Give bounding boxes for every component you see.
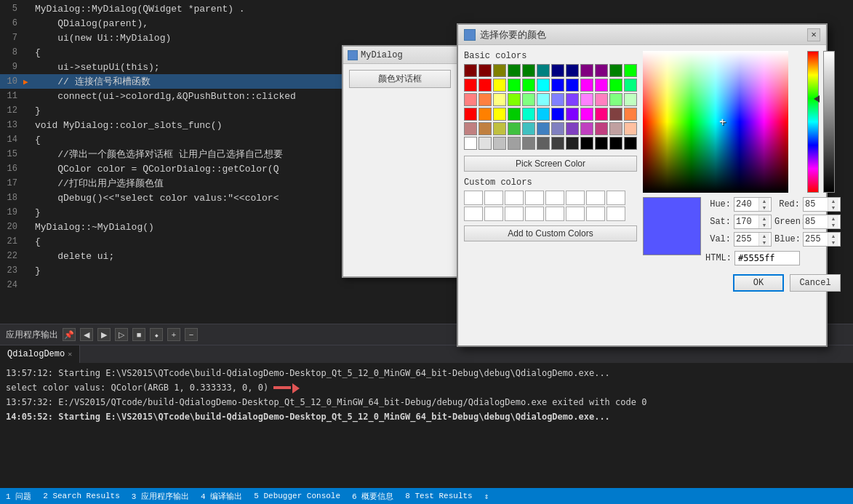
basic-color-swatch[interactable]: [537, 64, 550, 77]
basic-color-swatch[interactable]: [595, 79, 608, 92]
status-debugger[interactable]: 5 Debugger Console: [254, 492, 340, 500]
custom-swatch[interactable]: [525, 191, 544, 205]
basic-color-swatch[interactable]: [478, 108, 492, 121]
cancel-button[interactable]: Cancel: [790, 274, 841, 292]
toolbar-debug[interactable]: ⬥: [150, 328, 163, 341]
red-down[interactable]: ▼: [828, 204, 838, 211]
custom-swatch[interactable]: [464, 207, 483, 221]
basic-color-swatch[interactable]: [537, 79, 550, 92]
basic-color-swatch[interactable]: [493, 108, 506, 121]
blue-spinbox[interactable]: 255 ▲ ▼: [803, 232, 841, 247]
basic-color-swatch[interactable]: [508, 93, 521, 106]
custom-swatch[interactable]: [525, 207, 544, 221]
status-problems[interactable]: 1 问题: [6, 491, 31, 502]
hue-down[interactable]: ▼: [759, 204, 769, 211]
custom-swatch[interactable]: [606, 191, 625, 205]
basic-color-swatch[interactable]: [537, 137, 550, 150]
basic-color-swatch[interactable]: [551, 79, 564, 92]
basic-color-swatch[interactable]: [508, 122, 521, 135]
spectrum-area[interactable]: +: [643, 51, 803, 193]
basic-color-swatch[interactable]: [508, 79, 521, 92]
val-spinbox[interactable]: 255 ▲ ▼: [734, 232, 772, 247]
basic-color-swatch[interactable]: [624, 108, 637, 121]
green-down[interactable]: ▼: [828, 222, 838, 228]
basic-color-swatch[interactable]: [522, 108, 535, 121]
basic-color-swatch[interactable]: [522, 64, 535, 77]
basic-color-swatch[interactable]: [464, 122, 477, 135]
ok-button[interactable]: OK: [733, 274, 784, 292]
basic-color-swatch[interactable]: [566, 93, 579, 106]
custom-swatch[interactable]: [545, 191, 564, 205]
red-up[interactable]: ▲: [828, 198, 838, 204]
basic-color-swatch[interactable]: [595, 108, 608, 121]
hue-up[interactable]: ▲: [759, 198, 769, 204]
basic-color-swatch[interactable]: [478, 137, 492, 150]
basic-color-swatch[interactable]: [522, 93, 535, 106]
sat-spinbox[interactable]: 170 ▲ ▼: [734, 215, 772, 229]
basic-color-swatch[interactable]: [464, 93, 477, 106]
hue-spinbox[interactable]: 240 ▲ ▼: [734, 197, 772, 212]
basic-color-swatch[interactable]: [551, 93, 564, 106]
basic-color-swatch[interactable]: [580, 137, 593, 150]
basic-color-swatch[interactable]: [609, 108, 622, 121]
status-sort-icon[interactable]: ⇕: [484, 492, 489, 501]
toolbar-minus[interactable]: −: [185, 328, 198, 341]
basic-color-swatch[interactable]: [551, 64, 564, 77]
html-input[interactable]: [734, 251, 800, 265]
basic-color-swatch[interactable]: [580, 108, 593, 121]
basic-color-swatch[interactable]: [595, 64, 608, 77]
custom-swatch[interactable]: [586, 207, 605, 221]
status-output[interactable]: 3 应用程序输出: [132, 491, 189, 502]
basic-color-swatch[interactable]: [609, 122, 622, 135]
hue-slider[interactable]: [807, 51, 819, 193]
status-compile[interactable]: 4 编译输出: [201, 491, 242, 502]
basic-color-swatch[interactable]: [624, 64, 637, 77]
status-info[interactable]: 6 概要信息: [352, 491, 393, 502]
blue-up[interactable]: ▲: [828, 233, 838, 239]
add-custom-colors-button[interactable]: Add to Custom Colors: [464, 225, 637, 241]
toolbar-pin[interactable]: 📌: [63, 328, 76, 341]
basic-color-swatch[interactable]: [464, 64, 477, 77]
color-dialog-button[interactable]: 颜色对话框: [349, 70, 451, 88]
basic-color-swatch[interactable]: [609, 137, 622, 150]
basic-color-swatch[interactable]: [566, 79, 579, 92]
custom-swatch[interactable]: [484, 207, 503, 221]
basic-color-swatch[interactable]: [464, 108, 477, 121]
basic-color-swatch[interactable]: [566, 137, 579, 150]
custom-swatch[interactable]: [464, 191, 483, 205]
basic-color-swatch[interactable]: [522, 79, 535, 92]
custom-swatch[interactable]: [586, 191, 605, 205]
toolbar-stop[interactable]: ■: [132, 328, 145, 341]
basic-color-swatch[interactable]: [493, 93, 506, 106]
val-up[interactable]: ▲: [759, 233, 769, 239]
blue-down[interactable]: ▼: [828, 239, 838, 246]
basic-color-swatch[interactable]: [624, 93, 637, 106]
basic-color-swatch[interactable]: [624, 122, 637, 135]
basic-color-swatch[interactable]: [493, 137, 506, 150]
basic-color-swatch[interactable]: [609, 93, 622, 106]
basic-color-swatch[interactable]: [595, 93, 608, 106]
basic-color-swatch[interactable]: [624, 137, 637, 150]
basic-color-swatch[interactable]: [508, 108, 521, 121]
custom-swatch[interactable]: [505, 191, 524, 205]
spectrum-canvas[interactable]: [643, 51, 788, 193]
basic-color-swatch[interactable]: [508, 137, 521, 150]
basic-color-swatch[interactable]: [464, 79, 477, 92]
green-spinbox[interactable]: 85 ▲ ▼: [803, 215, 841, 229]
toolbar-next[interactable]: ▶: [97, 328, 111, 341]
basic-color-swatch[interactable]: [551, 137, 564, 150]
status-search[interactable]: 2 Search Results: [43, 492, 120, 500]
basic-color-swatch[interactable]: [537, 108, 550, 121]
custom-swatch[interactable]: [484, 191, 503, 205]
status-tests[interactable]: 8 Test Results: [405, 492, 472, 500]
red-spinbox[interactable]: 85 ▲ ▼: [803, 197, 841, 212]
basic-color-swatch[interactable]: [551, 122, 564, 135]
basic-color-swatch[interactable]: [537, 93, 550, 106]
cp-close-button[interactable]: ✕: [807, 28, 820, 41]
basic-color-swatch[interactable]: [478, 93, 492, 106]
custom-swatch[interactable]: [505, 207, 524, 221]
sat-up[interactable]: ▲: [759, 215, 769, 222]
basic-color-swatch[interactable]: [537, 122, 550, 135]
basic-color-swatch[interactable]: [464, 137, 477, 150]
basic-color-swatch[interactable]: [609, 79, 622, 92]
